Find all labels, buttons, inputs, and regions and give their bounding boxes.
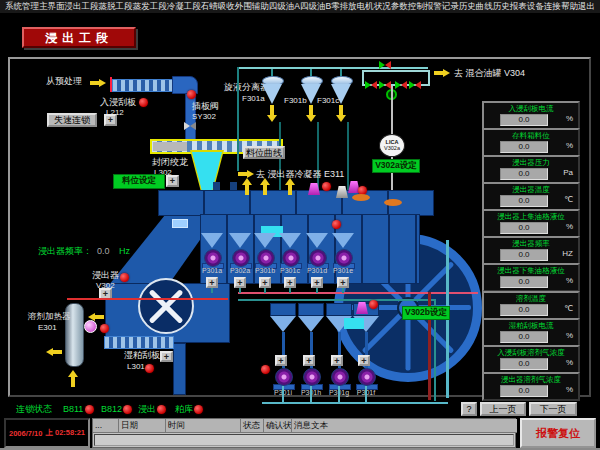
valve-icon[interactable] [395,81,407,89]
menu-item[interactable]: 历史报表 [493,1,527,13]
valve-icon[interactable] [365,81,377,89]
readout-value: 0.0 [500,249,548,261]
menu-item[interactable]: 主界面 [39,1,65,13]
pump-p301h[interactable] [303,368,321,386]
v302b-set-button[interactable]: V302b设定 [402,306,450,320]
readout-value: 0.0 [500,195,548,207]
menu-item[interactable]: 外围辅助 [235,1,269,13]
valve-icon[interactable] [379,61,391,69]
status-indicator-leach [157,405,166,414]
flow-arrow-icon [46,348,62,356]
menu-item[interactable]: 浸出工段 [65,1,99,13]
alarm-table[interactable]: ... 日期 时间 状态 确认状态 消息文本 [92,418,516,448]
lower-cell [326,303,352,316]
level-curve-button[interactable]: 料位曲线 [243,146,285,159]
level-set-button[interactable]: 料位设定 [113,174,165,189]
readout-value: 0.0 [500,331,548,343]
pump-p301g[interactable] [331,368,349,386]
vent-arrow-icon [242,178,252,195]
label-wet-meal-scraper: 湿粕刮板 [124,350,160,360]
heater-valve-icon[interactable] [84,320,97,333]
menu-item[interactable]: 报警记录 [425,1,459,13]
readout-label: 浸出器温度 [484,185,578,195]
pump-setting-button[interactable]: + [284,277,296,288]
pump-p301c[interactable] [282,249,300,267]
help-button[interactable]: ? [461,402,477,416]
gate-valve-icon[interactable] [184,122,196,130]
alarm-table-header: 日期 [119,419,166,433]
valve-icon[interactable] [409,81,421,89]
instrument-tag: V302a [380,145,404,151]
flow-arrow-icon [90,79,106,87]
setting-plus-button[interactable]: + [160,351,173,362]
pump-p302a[interactable] [232,249,250,267]
setting-plus-button[interactable]: + [104,114,117,126]
pipe [282,386,284,403]
alarm-table-header: 消息文本 [292,419,517,433]
pump-setting-button[interactable]: + [358,355,370,366]
menu-item[interactable]: 四级油B [300,1,331,13]
pump-label: P301e [326,267,360,274]
pump-p301b[interactable] [257,249,275,267]
menu-item[interactable]: 零排放 [331,1,357,13]
pump-setting-button[interactable]: + [331,355,343,366]
pump-p301f[interactable] [358,368,376,386]
readout-label: 浸出器频率 [484,239,578,249]
menu-item[interactable]: 历史曲线 [459,1,493,13]
readout-box: 浸出器下集油格液位 0.0 % [482,263,580,292]
menu-item[interactable]: 电机状况 [357,1,391,13]
flange [384,199,402,206]
readout-unit: % [566,222,573,231]
hopper [332,233,354,248]
date-value: 2006/7/10 [9,429,42,438]
setting-plus-button[interactable]: + [166,175,179,187]
label-from-pretreatment: 从预处理 [46,76,82,86]
hopper [201,233,223,248]
menu-item[interactable]: 退出 [578,1,595,13]
readout-unit: ℃ [564,195,573,204]
menu-item[interactable]: 帮助 [561,1,578,13]
menu-item[interactable]: 蒸脱工段 [99,1,133,13]
flow-arrow-icon [434,69,450,77]
menu-item[interactable]: 冷凝工段 [167,1,201,13]
readout-unit: % [566,276,573,285]
pump-setting-button[interactable]: + [337,277,349,288]
page-title: 浸出工段 [22,27,136,48]
extractor-frequency-value: 0.0 [97,246,110,256]
alarm-indicator [322,182,331,191]
pump-setting-button[interactable]: + [303,355,315,366]
pump-setting-button[interactable]: + [275,355,287,366]
pump-setting-button[interactable]: + [206,277,218,288]
menu-item[interactable]: 石蜡吸收 [201,1,235,13]
menu-item[interactable]: 蒸发工段 [133,1,167,13]
pump-setting-button[interactable]: + [234,277,246,288]
datetime-display: 2006/7/10 上 02:58:21 [4,418,90,448]
status-indicator-meal [194,405,203,414]
menu-item[interactable]: 设备连接 [527,1,561,13]
readout-label: 入浸刮板溶剂气浓度 [484,348,578,358]
label-to-mixed-oil-tank: 去 混合油罐 V304 [454,68,525,78]
pump-p301e[interactable] [335,249,353,267]
menu-item[interactable]: 系统管理 [5,1,39,13]
label-infeed-scraper: 入浸刮板 [100,97,136,107]
menu-item[interactable]: 四级油A [269,1,300,13]
valve-icon[interactable] [379,81,391,89]
pump-p301a[interactable] [204,249,222,267]
pump-setting-button[interactable]: + [259,277,271,288]
alarm-reset-button[interactable]: 报警复位 [520,418,596,448]
alarm-table-header: ... [93,419,119,433]
readout-label: 存料箱料位 [484,131,578,141]
stall-interlock-button[interactable]: 失速连锁 [47,113,97,127]
next-page-button[interactable]: 下一页 [529,402,577,416]
hopper [229,233,251,248]
readout-unit: Pa [563,168,573,177]
pump-setting-button[interactable]: + [311,277,323,288]
pump-p301i[interactable] [275,368,293,386]
extractor-frequency-unit: Hz [119,246,130,256]
vent-stack [213,182,220,190]
v302a-set-button[interactable]: V302a设定 [372,159,420,173]
prev-page-button[interactable]: 上一页 [480,402,526,416]
menu-item[interactable]: 参数控制 [391,1,425,13]
pump-p301d[interactable] [309,249,327,267]
lica-instrument[interactable]: LICA V302a [379,134,405,157]
